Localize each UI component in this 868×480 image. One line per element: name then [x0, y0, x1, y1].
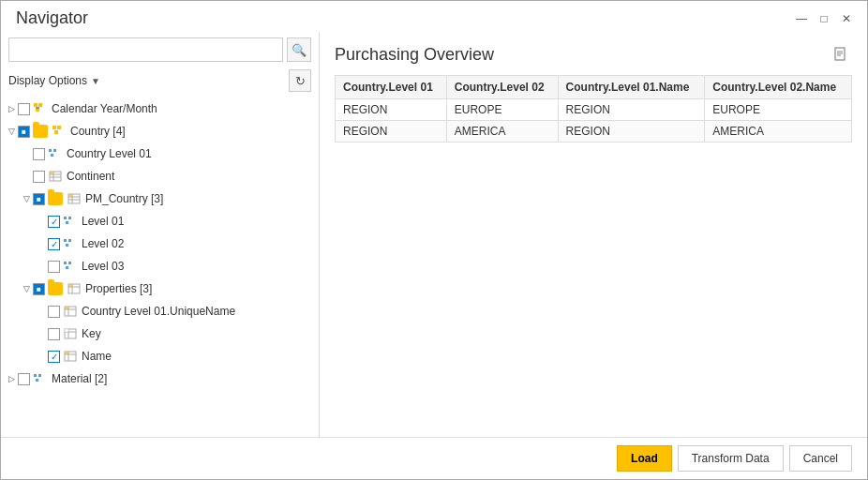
checkbox-name[interactable]: [48, 351, 60, 363]
transform-data-button[interactable]: Transform Data: [678, 445, 784, 472]
expand-icon-country-level01-unique: [35, 305, 48, 318]
checkbox-continent[interactable]: [33, 171, 45, 183]
dialog-title: Navigator: [16, 8, 88, 28]
label-calendar: Calendar Year/Month: [52, 102, 157, 115]
dialog-footer: Load Transform Data Cancel: [1, 437, 867, 479]
hierarchy-icon-level02: [63, 237, 78, 250]
checkbox-level02[interactable]: [48, 238, 60, 250]
col-header-0: Country.Level 01: [336, 76, 447, 99]
title-bar: Navigator ― □ ✕: [1, 1, 867, 32]
hierarchy-icon-material: [33, 372, 48, 385]
minimize-button[interactable]: ―: [792, 9, 811, 28]
tree-item-name[interactable]: Name: [1, 345, 319, 368]
load-button[interactable]: Load: [617, 445, 672, 472]
svg-rect-7: [57, 126, 61, 129]
search-input[interactable]: [8, 38, 283, 62]
expand-icon-country: ▽: [5, 125, 18, 138]
search-icon: 🔍: [292, 43, 307, 57]
folder-icon-country: [33, 125, 48, 138]
svg-rect-28: [64, 262, 67, 264]
table-icon-key: [63, 327, 78, 340]
checkbox-country-level01[interactable]: [33, 148, 45, 160]
checkbox-country-level01-unique[interactable]: [48, 306, 60, 318]
table-row: REGIONAMERICAREGIONAMERICA: [336, 121, 852, 142]
cancel-button[interactable]: Cancel: [789, 445, 852, 472]
table-cell: AMERICA: [446, 121, 558, 142]
tree-item-country-level01[interactable]: Country Level 01: [1, 142, 319, 165]
tree-item-calendar[interactable]: ▷ Calendar Year/Month: [1, 98, 319, 120]
checkbox-calendar[interactable]: [18, 103, 30, 115]
expand-icon-level03: [35, 260, 48, 273]
maximize-button[interactable]: □: [815, 9, 833, 28]
svg-rect-46: [65, 352, 68, 354]
svg-rect-11: [51, 154, 53, 157]
left-panel: 🔍 Display Options ▼ ↻ ▷: [1, 32, 320, 437]
svg-rect-26: [68, 239, 71, 242]
label-properties: Properties [3]: [85, 282, 152, 295]
expand-icon-calendar: ▷: [5, 102, 18, 115]
label-level01: Level 01: [82, 215, 124, 228]
folder-icon-pm-country: [48, 192, 63, 205]
tree-item-level01[interactable]: Level 01: [1, 210, 319, 232]
svg-rect-1: [38, 103, 42, 107]
label-country-level01-unique: Country Level 01.UniqueName: [82, 305, 235, 318]
label-name: Name: [82, 350, 112, 363]
search-bar: 🔍: [1, 32, 319, 68]
tree-item-material[interactable]: ▷ Material [2]: [1, 368, 319, 390]
tree-item-country-level01-unique[interactable]: Country Level 01.UniqueName: [1, 300, 319, 322]
tree-item-country[interactable]: ▽ Country [4]: [1, 120, 319, 142]
table-cell: REGION: [336, 99, 447, 121]
right-panel: Purchasing Overview Country.Level 01 Cou…: [320, 32, 867, 437]
expand-icon-name: [35, 350, 48, 363]
expand-icon-key: [35, 327, 48, 340]
title-bar-controls: ― □ ✕: [792, 9, 856, 28]
table-row: REGIONEUROPEREGIONEUROPE: [336, 99, 852, 121]
checkbox-level01[interactable]: [48, 216, 60, 228]
expand-icon-material: ▷: [5, 372, 18, 385]
checkbox-country[interactable]: [18, 126, 30, 138]
label-country: Country [4]: [70, 125, 126, 138]
label-level02: Level 02: [82, 237, 124, 250]
svg-rect-9: [49, 149, 52, 152]
tree-item-pm-country[interactable]: ▽ PM_Country [3]: [1, 188, 319, 210]
table-icon-name: [63, 350, 78, 363]
checkbox-pm-country[interactable]: [33, 193, 45, 205]
col-header-1: Country.Level 02: [446, 76, 558, 99]
search-button[interactable]: 🔍: [287, 38, 311, 62]
tree-item-continent[interactable]: Continent: [1, 165, 319, 188]
svg-rect-2: [36, 108, 39, 112]
table-icon-continent: [48, 170, 63, 183]
table-icon-country-level01-unique: [63, 305, 78, 318]
checkbox-key[interactable]: [48, 328, 60, 340]
preview-icon-button[interactable]: [830, 43, 852, 66]
svg-rect-10: [53, 149, 56, 152]
hierarchy-icon-level01: [63, 215, 78, 228]
refresh-button[interactable]: ↻: [289, 69, 311, 92]
table-cell: REGION: [558, 99, 705, 121]
checkbox-properties[interactable]: [33, 283, 45, 295]
svg-rect-38: [65, 307, 68, 309]
table-cell: AMERICA: [705, 121, 852, 142]
table-icon-properties: [67, 282, 82, 295]
svg-rect-49: [36, 379, 38, 382]
tree-panel[interactable]: ▷ Calendar Year/Month: [1, 96, 319, 437]
table-icon-pm-country: [67, 192, 82, 205]
svg-rect-23: [68, 217, 71, 219]
display-options-bar: Display Options ▼ ↻: [1, 68, 319, 96]
svg-rect-6: [52, 126, 56, 129]
tree-item-key[interactable]: Key: [1, 322, 319, 345]
expand-icon-properties: ▽: [20, 282, 33, 295]
tree-item-properties[interactable]: ▽ Properties [3]: [1, 278, 319, 300]
label-pm-country: PM_Country [3]: [85, 192, 163, 205]
close-button[interactable]: ✕: [837, 9, 856, 28]
dialog-body: 🔍 Display Options ▼ ↻ ▷: [1, 32, 867, 437]
tree-item-level03[interactable]: Level 03: [1, 255, 319, 278]
expand-icon-level01: [35, 215, 48, 228]
tree-item-level02[interactable]: Level 02: [1, 232, 319, 255]
refresh-icon: ↻: [295, 74, 306, 88]
navigator-dialog: Navigator ― □ ✕ 🔍 Display Options ▼ ↻: [0, 0, 868, 480]
checkbox-material[interactable]: [18, 373, 30, 385]
checkbox-level03[interactable]: [48, 261, 60, 273]
svg-rect-27: [66, 244, 68, 247]
hierarchy-icon-level03: [63, 260, 78, 273]
